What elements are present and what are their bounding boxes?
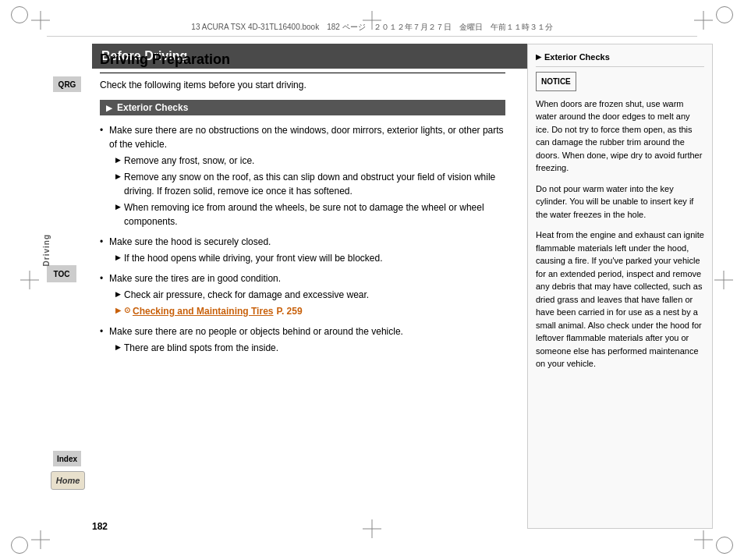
sub-item: When removing ice from around the wheels… <box>109 200 505 229</box>
section-title: Driving Preparation <box>100 51 505 73</box>
bottom-right-circle <box>716 537 733 554</box>
sidebar-qrg[interactable]: QRG <box>53 76 81 92</box>
bottom-right-crosshair <box>694 530 713 549</box>
list-item: Make sure there are no people or objects… <box>100 324 505 355</box>
sidebar-driving-label: Driving <box>42 234 53 266</box>
sidebar-home[interactable]: Home <box>51 471 85 490</box>
list-item: Make sure the tires are in good conditio… <box>100 271 505 318</box>
sub-item: Remove any snow on the roof, as this can… <box>109 170 505 198</box>
link-icon: ⊙ <box>124 304 130 316</box>
subsection-header: Exterior Checks <box>100 100 505 115</box>
sub-item: Check air pressure, check for damage and… <box>109 288 505 302</box>
bottom-left-circle <box>11 537 28 554</box>
list-item: Make sure the hood is securely closed. I… <box>100 235 505 265</box>
right-panel-paragraph2: Heat from the engine and exhaust can ign… <box>536 229 704 370</box>
sub-item: If the hood opens while driving, your fr… <box>109 251 505 265</box>
left-center-crosshair <box>20 271 39 289</box>
intro-text: Check the following items before you sta… <box>100 80 505 90</box>
sidebar-index[interactable]: Index <box>53 451 81 466</box>
right-panel-paragraph1: Do not pour warm water into the key cyli… <box>536 183 704 222</box>
tire-link-item[interactable]: ⊙ Checking and Maintaining Tires P. 259 <box>109 304 505 318</box>
top-right-circle <box>716 6 733 23</box>
tire-link-page: P. 259 <box>276 304 302 318</box>
notice-box: NOTICE <box>536 72 576 91</box>
main-content: Driving Preparation Check the following … <box>92 44 518 529</box>
right-center-crosshair <box>714 271 733 289</box>
list-item: Make sure there are no obstructions on t… <box>100 123 505 229</box>
metadata-bar: 13 ACURA TSX 4D-31TL16400.book 182 ページ ２… <box>47 22 697 37</box>
sub-item: There are blind spots from the inside. <box>109 341 505 355</box>
right-panel: Exterior Checks NOTICE When doors are fr… <box>527 44 713 529</box>
bullet-list: Make sure there are no obstructions on t… <box>100 123 505 355</box>
tire-link-text[interactable]: Checking and Maintaining Tires <box>133 304 273 318</box>
top-left-circle <box>11 6 28 23</box>
right-panel-header: Exterior Checks <box>536 51 704 67</box>
metadata-text: 13 ACURA TSX 4D-31TL16400.book 182 ページ ２… <box>191 22 552 33</box>
sub-item: Remove any frost, snow, or ice. <box>109 154 505 168</box>
sidebar-toc[interactable]: TOC <box>47 265 76 282</box>
notice-text: When doors are frozen shut, use warm wat… <box>536 97 704 175</box>
bottom-left-crosshair <box>31 530 50 549</box>
